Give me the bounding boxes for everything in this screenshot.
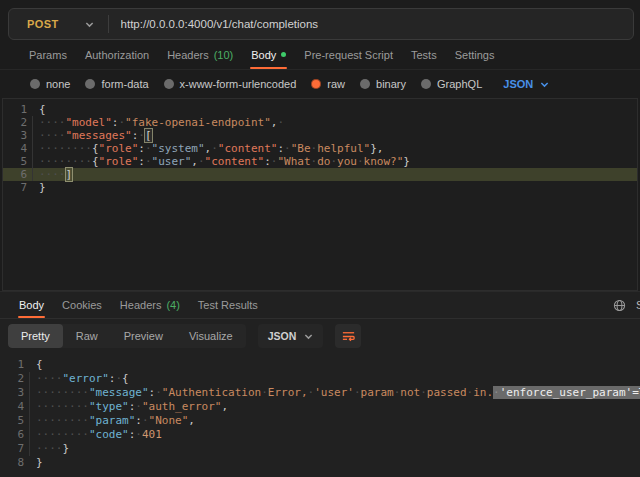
body-type-graphql[interactable]: GraphQL [421,78,482,90]
code-token: { [92,155,99,168]
code-token: "fake-openai-endpoint" [125,116,271,129]
view-preview[interactable]: Preview [111,324,176,348]
response-tab-test-results[interactable]: Test Results [189,292,267,318]
chevron-down-icon [304,332,313,341]
tab-label: Settings [455,49,495,61]
code-token: "type" [89,400,129,413]
code-line: 3········"message":·"Authentication·Erro… [0,386,640,400]
request-tab-authorization[interactable]: Authorization [76,40,158,69]
code-line: 4········"type":·"auth_error", [0,400,640,414]
response-language-dropdown[interactable]: JSON [258,324,324,348]
request-body-editor[interactable]: 1{2····"model":·"fake-openai-endpoint",·… [2,98,638,291]
code-token: : [138,155,145,168]
radio-icon [164,79,174,89]
code-token: ···· [39,129,66,142]
code-token: [ [145,129,152,142]
code-line: 5········"param":·"None", [0,414,640,428]
code-token: { [122,372,129,385]
code-token: ···· [36,372,63,385]
code-line: 7····} [0,442,640,456]
tab-label: Body [19,299,44,311]
response-body-editor[interactable]: 1{2····"error":·{3········"message":·"Au… [0,353,640,477]
code-token: "content" [205,155,265,168]
globe-icon[interactable] [613,299,626,312]
chevron-down-icon [85,20,94,29]
code-token: 401 [142,428,162,441]
body-type-x-www-form-urlencoded[interactable]: x-www-form-urlencoded [164,78,297,90]
code-token: } [63,442,70,455]
request-tab-pre-request-script[interactable]: Pre-request Script [295,40,402,69]
radio-icon [360,79,370,89]
request-tab-headers[interactable]: Headers(10) [158,40,242,69]
code-token: ···· [39,168,66,181]
request-tab-params[interactable]: Params [20,40,76,69]
request-tab-body[interactable]: Body [242,40,295,69]
tab-count-badge: (10) [214,49,234,61]
body-type-form-data[interactable]: form-data [85,78,148,90]
url-input[interactable] [109,18,633,30]
body-type-raw[interactable]: raw [311,78,345,90]
tab-label: Cookies [62,299,102,311]
request-tab-tests[interactable]: Tests [402,40,446,69]
response-language-label: JSON [268,330,297,342]
radio-label: form-data [101,78,148,90]
tab-count-badge: (4) [166,299,179,311]
radio-label: binary [376,78,406,90]
request-tab-settings[interactable]: Settings [446,40,504,69]
code-token: · [198,155,205,168]
response-section: S BodyCookiesHeaders(4)Test Results Pret… [0,291,640,477]
code-token: "messages" [66,129,132,142]
code-token: ········ [39,155,92,168]
code-token: · [155,386,162,399]
code-content: { [36,358,640,372]
code-token: ········ [36,400,89,413]
tab-label: Headers [167,49,209,61]
code-line: 1{ [0,358,640,372]
code-line: 2····"error":·{ [0,372,640,386]
radio-label: raw [327,78,345,90]
code-token: ···· [39,116,66,129]
body-type-none[interactable]: none [30,78,70,90]
response-tab-headers[interactable]: Headers(4) [111,292,189,318]
code-token: "Authentication·Error,·'user'·param·not·… [162,386,493,399]
body-type-binary[interactable]: binary [360,78,406,90]
wrap-text-button[interactable] [335,324,361,348]
tab-label: Tests [411,49,437,61]
code-token: ] [66,168,73,181]
response-tab-body[interactable]: Body [10,292,53,318]
view-raw[interactable]: Raw [63,324,111,348]
request-language-dropdown[interactable]: JSON [503,78,549,90]
code-token: "What·do·you·know?" [277,155,403,168]
method-selector[interactable]: POST [9,9,108,39]
line-number: 4 [3,142,39,155]
line-number: 6 [0,428,36,442]
response-tabs: S BodyCookiesHeaders(4)Test Results [0,292,640,319]
code-token: "content" [218,142,278,155]
code-token: "auth_error" [142,400,221,413]
code-token: } [403,155,410,168]
view-visualize[interactable]: Visualize [176,324,246,348]
request-url-bar: POST [8,8,634,40]
line-number: 2 [0,372,36,386]
code-content: ········"type":·"auth_error", [36,400,640,414]
code-token: { [92,142,99,155]
tab-label: Body [251,49,276,61]
response-view-switch: PrettyRawPreviewVisualize [8,324,246,348]
code-token: · [142,414,149,427]
line-number: 7 [3,181,39,194]
line-number: 3 [0,386,36,400]
code-token: : [138,142,145,155]
code-token: "code" [89,428,129,441]
code-token: "param" [89,414,135,427]
line-number: 4 [0,400,36,414]
code-token: , [191,155,198,168]
tab-label: Test Results [198,299,258,311]
code-content: ····} [36,442,640,456]
code-line: 3····"messages":·[ [3,129,637,142]
response-tab-cookies[interactable]: Cookies [53,292,111,318]
code-content: ····] [39,168,637,181]
view-pretty[interactable]: Pretty [8,324,63,348]
code-token: · [284,142,291,155]
radio-label: none [46,78,70,90]
code-content: ········{"role":·"user",·"content":·"Wha… [39,155,637,168]
